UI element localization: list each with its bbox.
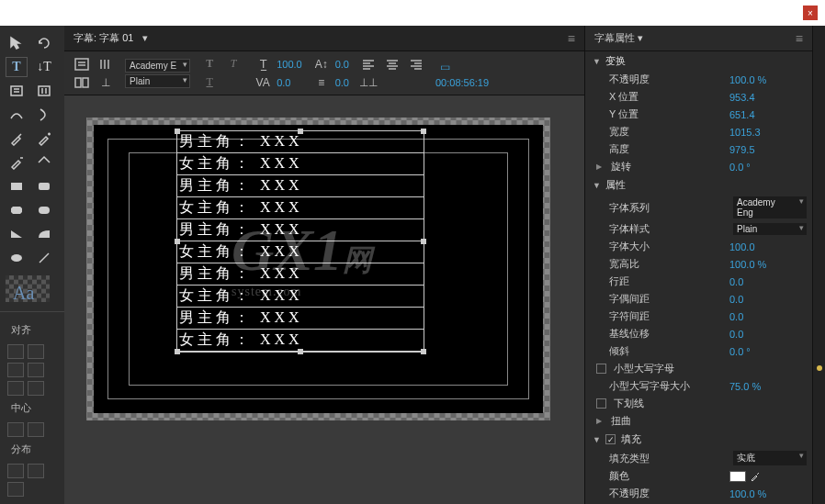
area-type-tool[interactable] — [6, 81, 28, 101]
slant-value[interactable]: 0.0 ° — [729, 346, 807, 357]
selection-handle[interactable] — [421, 129, 426, 134]
align-vcenter[interactable] — [7, 381, 24, 396]
fill-section[interactable]: ▼填充 — [585, 430, 812, 449]
distribute-1[interactable] — [7, 464, 24, 478]
leading-value[interactable]: 0.0 — [335, 59, 349, 70]
align-hcenter[interactable] — [28, 344, 44, 359]
credit-line[interactable]: 女主角： XXX — [177, 241, 424, 263]
title-type-icon[interactable] — [72, 56, 92, 73]
close-button[interactable]: × — [803, 6, 818, 20]
title-style-swatch[interactable]: Aa — [6, 275, 50, 302]
canvas-area[interactable]: 男主角： XXX 女主角： XXX 男主角： XXX 女主角： XXX 男主角：… — [64, 95, 584, 504]
rotate-tool[interactable] — [33, 33, 55, 53]
templates-icon[interactable] — [72, 74, 92, 91]
fill-opacity-value[interactable]: 100.0 % — [729, 488, 807, 499]
font-style-select[interactable]: Plain — [733, 223, 807, 235]
arc-tool[interactable] — [33, 224, 55, 244]
title-canvas[interactable]: 男主角： XXX 女主角： XXX 男主角： XXX 女主角： XXX 男主角：… — [86, 118, 550, 420]
distribute-3[interactable] — [7, 482, 24, 497]
title-tab[interactable]: 字幕: 字幕 01 — [73, 31, 133, 45]
credit-line[interactable]: 女主角： XXX — [177, 197, 424, 219]
underline-checkbox[interactable] — [596, 398, 606, 409]
roll-crawl-icon[interactable] — [96, 56, 116, 73]
font-size-value[interactable]: 100.0 — [277, 59, 302, 70]
timecode[interactable]: 00:08:56:19 — [435, 77, 489, 88]
tracking-prop-value[interactable]: 0.0 — [729, 311, 807, 322]
baseline-value[interactable]: 0.0 — [729, 329, 807, 340]
italic-icon[interactable]: T — [223, 56, 243, 73]
credit-line[interactable]: 女主角： XXX — [177, 286, 424, 308]
distort-label[interactable]: 扭曲 — [611, 414, 807, 428]
vertical-path-type-tool[interactable] — [33, 105, 55, 125]
rectangle-tool[interactable] — [6, 176, 28, 196]
align-left-icon[interactable] — [358, 56, 379, 73]
font-family-select[interactable]: Academy Eng — [733, 196, 807, 218]
rotation-value[interactable]: 0.0 ° — [729, 162, 807, 173]
properties-panel-tab[interactable]: 字幕属性 ▾ ≡ — [585, 26, 812, 51]
width-value[interactable]: 1015.3 — [729, 127, 807, 138]
selection-handle[interactable] — [175, 129, 180, 134]
vertical-area-type-tool[interactable] — [33, 81, 55, 101]
wedge-tool[interactable] — [6, 224, 28, 244]
font-size-prop-value[interactable]: 100.0 — [729, 241, 807, 252]
selection-tool[interactable] — [6, 33, 28, 53]
kerning-value[interactable]: 0.0 — [277, 77, 290, 88]
bold-icon[interactable]: T — [199, 56, 220, 73]
selection-handle[interactable] — [421, 239, 426, 244]
line-tool[interactable] — [33, 248, 55, 268]
credit-line[interactable]: 男主角： XXX — [177, 263, 424, 286]
show-video-icon[interactable]: ▭ — [435, 59, 456, 75]
fill-type-select[interactable]: 实底 — [733, 451, 807, 465]
selection-handle[interactable] — [298, 129, 303, 134]
underline-icon[interactable]: T — [199, 74, 220, 91]
font-style-dropdown[interactable]: Plain — [125, 74, 190, 88]
fill-color-chip[interactable] — [729, 471, 746, 482]
font-family-dropdown[interactable]: Academy E — [125, 59, 190, 73]
credit-line[interactable]: 男主角： XXX — [177, 131, 424, 153]
center-v[interactable] — [28, 422, 44, 437]
pen-tool[interactable] — [6, 129, 28, 149]
xpos-value[interactable]: 953.4 — [729, 92, 807, 103]
rounded-rect-tool[interactable] — [33, 176, 55, 196]
tab-settings-icon[interactable]: ⊥⊥ — [358, 74, 379, 91]
eyedropper-icon[interactable] — [750, 471, 761, 482]
align-left[interactable] — [7, 344, 24, 359]
ypos-value[interactable]: 651.4 — [729, 109, 807, 120]
credit-line[interactable]: 女主角： XXX — [177, 153, 424, 175]
clipped-rect-tool[interactable] — [6, 200, 28, 220]
selection-handle[interactable] — [421, 349, 426, 354]
vertical-type-tool[interactable]: ↓T — [33, 57, 55, 77]
credits-text-block[interactable]: 男主角： XXX 女主角： XXX 男主角： XXX 女主角： XXX 男主角：… — [176, 130, 424, 353]
opacity-value[interactable]: 100.0 % — [729, 74, 807, 85]
round-rect-tool-2[interactable] — [33, 200, 55, 220]
smallcaps-checkbox[interactable] — [596, 364, 606, 374]
add-anchor-tool[interactable] — [33, 129, 55, 149]
ellipse-tool[interactable] — [6, 248, 28, 268]
selection-handle[interactable] — [175, 349, 180, 354]
align-right[interactable] — [7, 363, 24, 377]
smallcaps-size-value[interactable]: 75.0 % — [729, 381, 807, 392]
panel-menu-icon[interactable]: ≡ — [796, 31, 803, 46]
credit-line[interactable]: 男主角： XXX — [177, 308, 424, 330]
tab-stops-icon[interactable]: ⊥ — [96, 74, 116, 91]
properties-section[interactable]: ▼属性 — [585, 175, 812, 195]
credit-line[interactable]: 男主角： XXX — [177, 175, 424, 197]
delete-anchor-tool[interactable] — [6, 152, 28, 173]
tracking-value[interactable]: 0.0 — [335, 77, 349, 88]
align-right-icon[interactable] — [406, 56, 426, 73]
credit-line[interactable]: 男主角： XXX — [177, 219, 424, 241]
align-center-icon[interactable] — [382, 56, 402, 73]
convert-anchor-tool[interactable] — [33, 152, 55, 173]
align-top[interactable] — [28, 363, 44, 377]
aspect-value[interactable]: 100.0 % — [729, 259, 807, 270]
transform-section[interactable]: ▼变换 — [585, 51, 812, 71]
panel-menu-icon[interactable]: ≡ — [568, 31, 575, 46]
kerning-prop-value[interactable]: 0.0 — [729, 294, 807, 305]
type-tool[interactable]: T — [6, 57, 28, 77]
leading-prop-value[interactable]: 0.0 — [729, 276, 807, 287]
height-value[interactable]: 979.5 — [729, 144, 807, 155]
fill-enable-checkbox[interactable] — [605, 434, 616, 444]
center-h[interactable] — [7, 422, 24, 437]
distribute-2[interactable] — [28, 464, 44, 478]
selection-handle[interactable] — [175, 239, 180, 244]
